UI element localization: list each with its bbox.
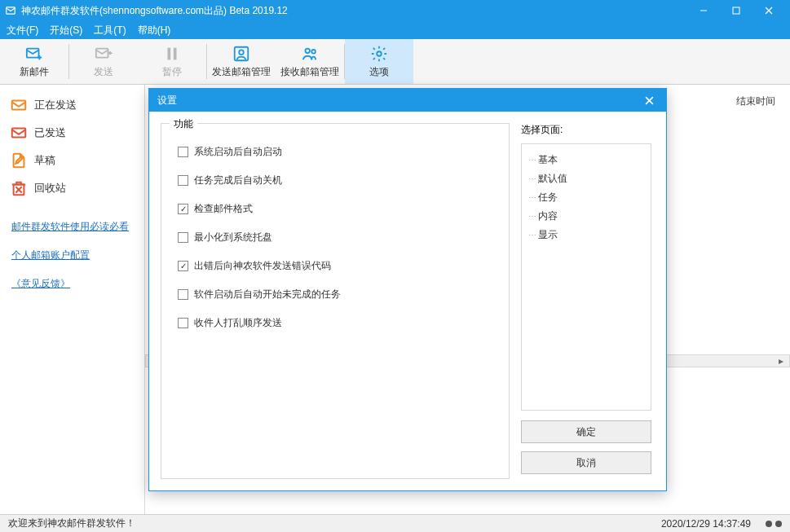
toolbar-label: 接收邮箱管理: [280, 65, 339, 79]
menu-tools[interactable]: 工具(T): [94, 24, 126, 37]
dialog-close-button[interactable]: [640, 91, 658, 109]
tree-item-label: 基本: [538, 153, 558, 167]
toolbar-recv-mgmt[interactable]: 接收邮箱管理: [276, 39, 344, 84]
maximize-button[interactable]: [720, 0, 752, 21]
sidebar-link-feedback[interactable]: 《意见反馈》: [11, 277, 133, 291]
tree-item[interactable]: ⋯基本: [527, 151, 646, 169]
svg-point-13: [306, 48, 311, 53]
checkbox[interactable]: [178, 261, 188, 271]
users-icon: [301, 45, 319, 63]
menu-start[interactable]: 开始(S): [50, 24, 82, 37]
sidebar-item-draft[interactable]: 草稿: [0, 147, 144, 174]
option-label: 软件启动后自动开始未完成的任务: [194, 288, 341, 301]
checkbox[interactable]: [178, 204, 188, 214]
dialog-title-bar: 设置: [149, 89, 666, 112]
option-row[interactable]: 最小化到系统托盘: [178, 231, 492, 244]
window-title: 神农邮件群发软件(shennongsoftware.com出品) Beta 20…: [21, 4, 687, 18]
sidebar-item-sending[interactable]: 正在发送: [0, 91, 144, 119]
toolbar-label: 发送: [94, 65, 113, 79]
checkbox[interactable]: [178, 318, 188, 328]
tree-item-label: 显示: [538, 228, 558, 242]
page-tree: ⋯基本⋯默认值⋯任务⋯内容⋯显示: [521, 143, 651, 411]
app-icon: [5, 5, 16, 16]
tree-item[interactable]: ⋯任务: [527, 188, 646, 207]
svg-rect-17: [12, 129, 26, 138]
checkbox[interactable]: [178, 289, 188, 300]
tree-item[interactable]: ⋯默认值: [527, 169, 646, 188]
toolbar-label: 选项: [369, 65, 389, 79]
dialog-title: 设置: [157, 94, 177, 108]
toolbar: 新邮件 发送 暂停 发送邮箱管理 接收邮箱管理 选项: [0, 39, 790, 85]
svg-rect-9: [168, 47, 171, 59]
toolbar-options[interactable]: 选项: [345, 39, 413, 84]
sidebar-link-account[interactable]: 个人邮箱账户配置: [11, 248, 133, 262]
select-page-label: 选择页面:: [521, 123, 651, 137]
menu-bar: 文件(F) 开始(S) 工具(T) 帮助(H): [0, 21, 790, 39]
gear-icon: [370, 45, 388, 63]
checkbox[interactable]: [178, 175, 188, 186]
sidebar-item-trash[interactable]: 回收站: [0, 174, 144, 202]
svg-rect-10: [174, 47, 177, 59]
status-bar: 欢迎来到神农邮件群发软件！ 2020/12/29 14:37:49: [0, 514, 790, 532]
toolbar-new-mail[interactable]: 新邮件: [0, 39, 68, 84]
mail-sending-icon: [10, 96, 28, 114]
settings-dialog: 设置 功能 系统启动后自动启动任务完成后自动关机检查邮件格式最小化到系统托盘出错…: [148, 88, 667, 491]
option-row[interactable]: 检查邮件格式: [178, 202, 492, 216]
send-icon: [95, 45, 113, 63]
mail-plus-icon: [25, 45, 43, 63]
option-row[interactable]: 收件人打乱顺序发送: [178, 316, 492, 330]
toolbar-label: 暂停: [162, 65, 182, 79]
toolbar-label: 新邮件: [20, 65, 49, 79]
option-row[interactable]: 系统启动后自动启动: [178, 145, 492, 159]
dialog-options-group: 功能 系统启动后自动启动任务完成后自动关机检查邮件格式最小化到系统托盘出错后向神…: [161, 123, 510, 479]
close-icon: [645, 96, 654, 105]
tree-item-label: 内容: [538, 209, 558, 223]
toolbar-send[interactable]: 发送: [69, 39, 138, 84]
cancel-button[interactable]: 取消: [521, 451, 651, 474]
scroll-right-icon[interactable]: ▸: [773, 355, 789, 367]
menu-help[interactable]: 帮助(H): [138, 24, 171, 37]
tree-item[interactable]: ⋯内容: [527, 207, 646, 226]
tree-node-icon: ⋯: [528, 212, 536, 221]
group-label: 功能: [170, 117, 197, 131]
option-row[interactable]: 软件启动后自动开始未完成的任务: [178, 288, 492, 301]
option-label: 任务完成后自动关机: [194, 174, 282, 187]
checkbox[interactable]: [178, 232, 188, 243]
ok-button[interactable]: 确定: [521, 420, 651, 443]
sidebar-label: 正在发送: [34, 98, 77, 112]
status-indicator-icon: [766, 521, 782, 527]
checkbox[interactable]: [178, 147, 188, 157]
toolbar-label: 发送邮箱管理: [212, 65, 271, 79]
toolbar-send-mgmt[interactable]: 发送邮箱管理: [207, 39, 276, 84]
option-row[interactable]: 任务完成后自动关机: [178, 174, 492, 187]
option-label: 系统启动后自动启动: [194, 145, 282, 159]
option-label: 最小化到系统托盘: [194, 231, 272, 244]
svg-point-15: [377, 51, 382, 56]
svg-point-14: [311, 49, 316, 53]
tree-node-icon: ⋯: [528, 156, 536, 165]
option-label: 收件人打乱顺序发送: [194, 316, 282, 330]
sidebar-label: 草稿: [34, 153, 55, 168]
minimize-button[interactable]: [687, 0, 720, 21]
svg-point-12: [239, 50, 244, 54]
tree-node-icon: ⋯: [528, 231, 536, 240]
toolbar-pause[interactable]: 暂停: [138, 39, 206, 84]
option-label: 检查邮件格式: [194, 202, 253, 216]
sidebar-link-readme[interactable]: 邮件群发软件使用必读必看: [11, 220, 133, 234]
tree-item-label: 任务: [538, 191, 558, 204]
option-label: 出错后向神农软件发送错误代码: [194, 259, 331, 273]
trash-icon: [10, 179, 28, 197]
menu-file[interactable]: 文件(F): [7, 24, 38, 37]
tree-item-label: 默认值: [538, 172, 567, 186]
tree-item[interactable]: ⋯显示: [527, 226, 646, 244]
sidebar-label: 回收站: [34, 181, 66, 196]
option-row[interactable]: 出错后向神农软件发送错误代码: [178, 259, 492, 273]
draft-icon: [10, 152, 28, 169]
mail-sent-icon: [10, 124, 28, 142]
pause-icon: [163, 45, 181, 63]
title-bar: 神农邮件群发软件(shennongsoftware.com出品) Beta 20…: [0, 0, 790, 21]
sidebar-item-sent[interactable]: 已发送: [0, 119, 144, 147]
close-button[interactable]: [752, 0, 785, 21]
tree-node-icon: ⋯: [528, 193, 536, 202]
tree-node-icon: ⋯: [528, 174, 536, 183]
